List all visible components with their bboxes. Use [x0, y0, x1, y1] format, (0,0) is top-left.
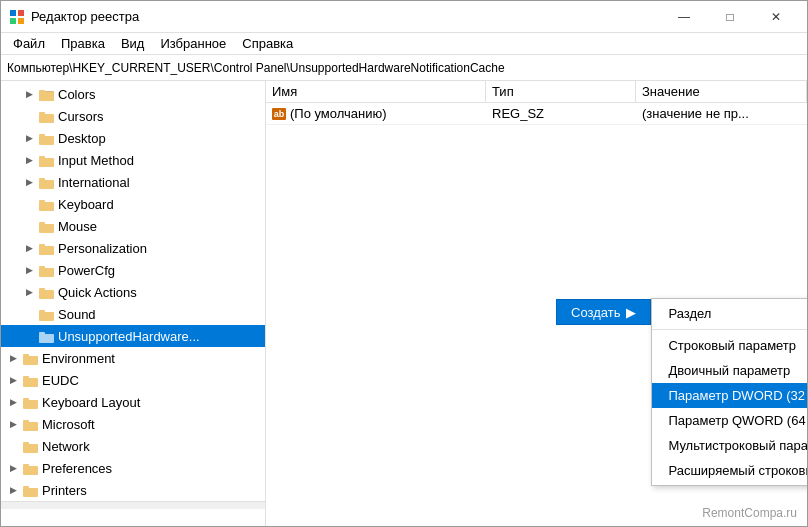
expand-icon: ▶ [21, 86, 37, 102]
menu-view[interactable]: Вид [113, 34, 153, 53]
col-header-value: Значение [636, 81, 807, 102]
tree-item-unsupported[interactable]: ▶ UnsupportedHardware... [1, 325, 265, 347]
cell-value: (значение не пр... [636, 104, 807, 123]
svg-rect-11 [39, 134, 45, 137]
svg-rect-38 [23, 444, 38, 453]
svg-rect-40 [23, 466, 38, 475]
folder-icon [37, 108, 55, 124]
svg-rect-30 [23, 356, 38, 365]
folder-icon [21, 350, 39, 366]
close-button[interactable]: ✕ [753, 1, 799, 33]
svg-rect-24 [39, 290, 54, 299]
svg-rect-14 [39, 180, 54, 189]
tree-item-personalization[interactable]: ▶ Personalization [1, 237, 265, 259]
create-button[interactable]: Создать ▶ [556, 299, 651, 325]
tree-item-cursors[interactable]: ▶ Cursors [1, 105, 265, 127]
submenu-item-string[interactable]: Строковый параметр [652, 333, 807, 358]
expand-icon: ▶ [21, 152, 37, 168]
folder-icon [37, 240, 55, 256]
maximize-button[interactable]: □ [707, 1, 753, 33]
address-path: Компьютер\HKEY_CURRENT_USER\Control Pane… [7, 61, 505, 75]
tree-label: Personalization [58, 241, 147, 256]
tree-item-sound[interactable]: ▶ Sound [1, 303, 265, 325]
registry-editor-window: Редактор реестра — □ ✕ Файл Правка Вид И… [0, 0, 808, 527]
tree-label: Mouse [58, 219, 97, 234]
menu-favorites[interactable]: Избранное [152, 34, 234, 53]
table-header: Имя Тип Значение [266, 81, 807, 103]
svg-rect-33 [23, 376, 29, 379]
submenu-item-multistring[interactable]: Мультистроковый параметр [652, 433, 807, 458]
menu-edit[interactable]: Правка [53, 34, 113, 53]
tree-item-printers[interactable]: ▶ Printers [1, 479, 265, 501]
folder-icon [37, 86, 55, 102]
tree-item-keyboard[interactable]: ▶ Keyboard [1, 193, 265, 215]
svg-rect-8 [39, 114, 54, 123]
submenu-item-qword[interactable]: Параметр QWORD (64 бита) [652, 408, 807, 433]
tree-label: Network [42, 439, 90, 454]
folder-icon [21, 460, 39, 476]
reg-type-icon: ab [272, 108, 286, 120]
cell-name-text: (По умолчанию) [290, 106, 387, 121]
tree-item-quick-actions[interactable]: ▶ Quick Actions [1, 281, 265, 303]
svg-rect-32 [23, 378, 38, 387]
tree-item-environment[interactable]: ▶ Environment [1, 347, 265, 369]
svg-rect-23 [39, 266, 45, 269]
folder-icon [21, 372, 39, 388]
address-bar: Компьютер\HKEY_CURRENT_USER\Control Pane… [1, 55, 807, 81]
svg-rect-36 [23, 422, 38, 431]
submenu-item-expandstring[interactable]: Расширяемый строковый параметр [652, 458, 807, 483]
tree-label: Keyboard [58, 197, 114, 212]
tree-item-microsoft[interactable]: ▶ Microsoft [1, 413, 265, 435]
menu-file[interactable]: Файл [5, 34, 53, 53]
create-submenu: Раздел Строковый параметр Двоичный парам… [651, 298, 807, 486]
registry-tree[interactable]: ▶ Colors ▶ Cursors ▶ Desktop [1, 81, 266, 526]
menu-bar: Файл Правка Вид Избранное Справка [1, 33, 807, 55]
folder-icon [21, 416, 39, 432]
tree-item-international[interactable]: ▶ International [1, 171, 265, 193]
folder-icon [37, 196, 55, 212]
svg-rect-29 [39, 332, 45, 335]
submenu-item-binary[interactable]: Двоичный параметр [652, 358, 807, 383]
tree-label: Quick Actions [58, 285, 137, 300]
tree-item-colors[interactable]: ▶ Colors [1, 83, 265, 105]
svg-rect-16 [39, 202, 54, 211]
folder-icon [21, 438, 39, 454]
menu-help[interactable]: Справка [234, 34, 301, 53]
tree-item-eudc[interactable]: ▶ EUDC [1, 369, 265, 391]
folder-icon [37, 328, 55, 344]
svg-rect-1 [18, 10, 24, 16]
svg-rect-18 [39, 224, 54, 233]
tree-item-powercfg[interactable]: ▶ PowerCfg [1, 259, 265, 281]
tree-label: Preferences [42, 461, 112, 476]
svg-rect-26 [39, 312, 54, 321]
svg-rect-27 [39, 310, 45, 313]
title-bar: Редактор реестра — □ ✕ [1, 1, 807, 33]
folder-icon [37, 306, 55, 322]
tree-item-preferences[interactable]: ▶ Preferences [1, 457, 265, 479]
minimize-button[interactable]: — [661, 1, 707, 33]
svg-rect-25 [39, 288, 45, 291]
table-row[interactable]: ab (По умолчанию) REG_SZ (значение не пр… [266, 103, 807, 125]
tree-label: Keyboard Layout [42, 395, 140, 410]
tree-label: EUDC [42, 373, 79, 388]
main-area: ▶ Colors ▶ Cursors ▶ Desktop [1, 81, 807, 526]
tree-item-mouse[interactable]: ▶ Mouse [1, 215, 265, 237]
tree-horizontal-scrollbar[interactable] [1, 501, 265, 509]
tree-item-desktop[interactable]: ▶ Desktop [1, 127, 265, 149]
registry-values-panel: Имя Тип Значение ab (По умолчанию) REG_S… [266, 81, 807, 526]
svg-rect-10 [39, 136, 54, 145]
tree-label: Cursors [58, 109, 104, 124]
svg-rect-9 [39, 112, 45, 115]
submenu-item-razdel[interactable]: Раздел [652, 301, 807, 326]
tree-item-input-method[interactable]: ▶ Input Method [1, 149, 265, 171]
tree-item-keyboard-layout[interactable]: ▶ Keyboard Layout [1, 391, 265, 413]
expand-icon: ▶ [5, 416, 21, 432]
expand-icon: ▶ [21, 262, 37, 278]
svg-rect-22 [39, 268, 54, 277]
tree-label: Microsoft [42, 417, 95, 432]
submenu-item-dword[interactable]: Параметр DWORD (32 бита) [652, 383, 807, 408]
svg-rect-3 [18, 18, 24, 24]
tree-item-network[interactable]: ▶ Network [1, 435, 265, 457]
svg-rect-2 [10, 18, 16, 24]
svg-rect-13 [39, 156, 45, 159]
